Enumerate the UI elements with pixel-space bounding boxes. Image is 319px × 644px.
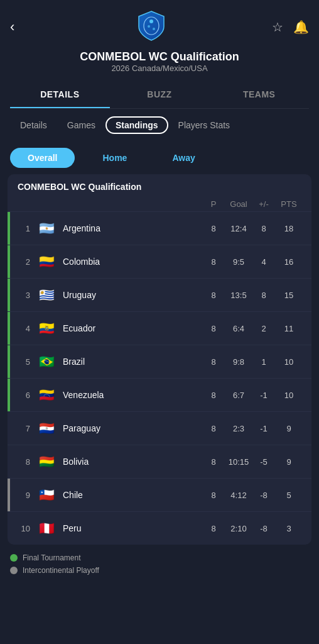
stat-goal: 2:3 [226,424,251,433]
competition-title: CONMEBOL WC Qualification [10,50,309,64]
team-name: Argentina [63,223,201,233]
table-row[interactable]: 7 🇵🇾 Paraguay 8 2:3 -1 9 [8,411,311,445]
table-row[interactable]: 9 🇨🇱 Chile 8 4:12 -8 5 [8,478,311,511]
tab-buzz[interactable]: BUZZ [110,82,210,108]
qual-indicator [8,212,10,245]
stat-goal: 13:5 [226,291,251,300]
qual-indicator [8,479,10,511]
team-name: Chile [63,490,201,500]
legend-item-final: Final Tournament [10,553,309,562]
stat-diff: 8 [251,291,276,300]
team-name: Colombia [63,257,201,267]
stat-goal: 6:7 [226,391,251,400]
stat-goal: 6:4 [226,324,251,333]
filter-overall[interactable]: Overall [10,148,75,168]
stat-pts: 10 [276,391,301,400]
team-name: Brazil [63,357,201,367]
flag: 🇨🇱 [36,485,57,505]
stat-goal: 9:8 [226,357,251,367]
bell-icon[interactable]: 🔔 [293,19,309,35]
rank: 7 [18,424,30,433]
rank: 9 [18,491,30,500]
stat-p: 8 [201,491,226,500]
stat-diff: 8 [251,224,276,233]
legend-label-playoff: Intercontinental Playoff [23,566,99,575]
flag: 🇵🇾 [36,418,57,438]
stat-p: 8 [201,524,226,533]
table-row[interactable]: 5 🇧🇷 Brazil 8 9:8 1 10 [8,345,311,378]
stat-pts: 9 [276,424,301,433]
filter-home[interactable]: Home [85,148,144,168]
table-row[interactable]: 2 🇨🇴 Colombia 8 9:5 4 16 [8,245,311,278]
stat-goal: 2:10 [226,524,251,533]
legend-item-playoff: Intercontinental Playoff [10,566,309,575]
team-name: Venezuela [63,390,201,400]
competition-logo [135,9,168,42]
filter-away[interactable]: Away [154,148,212,168]
table-row[interactable]: 10 🇵🇪 Peru 8 2:10 -8 3 [8,511,311,545]
stat-p: 8 [201,457,226,467]
team-name: Uruguay [63,290,201,300]
flag: 🇪🇨 [36,318,57,338]
filter-row: Overall Home Away [0,142,319,174]
stat-pts: 16 [276,257,301,267]
qual-indicator [8,279,10,311]
rank: 5 [18,357,30,367]
stat-diff: 4 [251,257,276,267]
stat-pts: 18 [276,224,301,233]
stat-diff: -8 [251,524,276,533]
rank: 2 [18,257,30,267]
svg-point-3 [153,28,155,30]
stat-goal: 10:15 [226,457,251,467]
stat-pts: 10 [276,357,301,367]
stat-p: 8 [201,391,226,400]
stat-diff: 2 [251,324,276,333]
subtab-standings[interactable]: Standings [105,116,168,134]
table-row[interactable]: 4 🇪🇨 Ecuador 8 6:4 2 11 [8,311,311,345]
table-row[interactable]: 8 🇧🇴 Bolivia 8 10:15 -5 9 [8,445,311,478]
stat-p: 8 [201,357,226,367]
competition-subtitle: 2026 Canada/Mexico/USA [10,64,309,73]
stat-pts: 5 [276,491,301,500]
table-row[interactable]: 3 🇺🇾 Uruguay 8 13:5 8 15 [8,278,311,311]
table-header: P Goal +/- PTS [8,197,311,211]
rank: 4 [18,324,30,333]
rank: 8 [18,457,30,467]
rank: 1 [18,224,30,233]
team-name: Peru [63,523,201,533]
back-button[interactable]: ‹ [10,19,30,35]
legend-dot-gray [10,567,18,574]
stat-p: 8 [201,224,226,233]
svg-point-2 [148,25,150,28]
star-icon[interactable]: ☆ [272,19,283,35]
flag: 🇻🇪 [36,385,57,405]
stat-goal: 12:4 [226,224,251,233]
stat-diff: 1 [251,357,276,367]
flag: 🇧🇷 [36,352,57,372]
rank: 6 [18,391,30,400]
qual-indicator [8,245,10,278]
stat-diff: -1 [251,391,276,400]
stat-goal: 4:12 [226,491,251,500]
subtab-games[interactable]: Games [57,116,105,134]
team-name: Ecuador [63,323,201,333]
flag: 🇨🇴 [36,252,57,272]
flag: 🇦🇷 [36,218,57,238]
stat-p: 8 [201,324,226,333]
stat-p: 8 [201,257,226,267]
tab-details[interactable]: DETAILS [10,82,110,108]
table-row[interactable]: 1 🇦🇷 Argentina 8 12:4 8 18 [8,211,311,245]
stat-pts: 11 [276,324,301,333]
svg-point-1 [149,19,153,23]
flag: 🇧🇴 [36,452,57,472]
subtab-details[interactable]: Details [10,116,57,134]
main-tabs: DETAILS BUZZ TEAMS [10,82,309,109]
subtab-players-stats[interactable]: Players Stats [168,116,240,134]
table-row[interactable]: 6 🇻🇪 Venezuela 8 6:7 -1 10 [8,378,311,411]
stat-pts: 15 [276,291,301,300]
tab-teams[interactable]: TEAMS [209,82,309,108]
stat-diff: -1 [251,424,276,433]
flag: 🇺🇾 [36,285,57,305]
standings-table: CONMEBOL WC Qualification P Goal +/- PTS… [8,174,311,545]
qual-indicator [8,345,10,378]
